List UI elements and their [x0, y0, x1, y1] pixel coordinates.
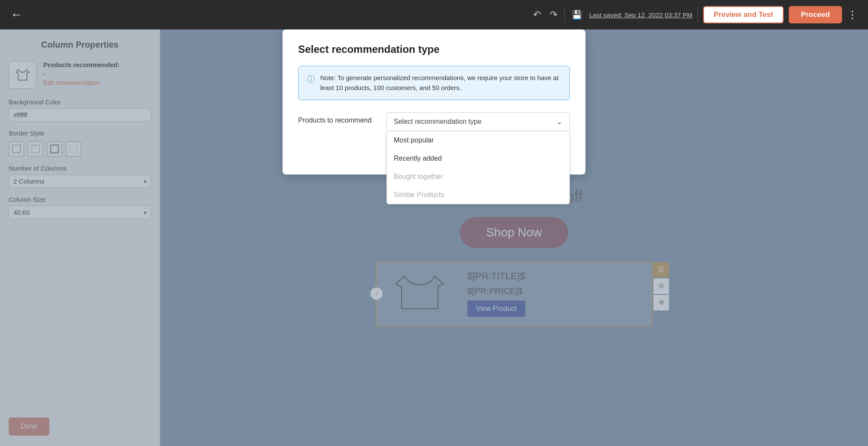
modal-note-text: Note: To generate personalized recommend…: [320, 73, 561, 93]
undo-button[interactable]: ↶: [531, 7, 543, 22]
topbar: ← ↶ ↷ 💾 Last saved: Sep 12, 2022 03:37 P…: [0, 0, 868, 29]
back-button[interactable]: ←: [10, 9, 23, 21]
redo-button[interactable]: ↷: [548, 7, 559, 22]
dropdown-item-recently-added[interactable]: Recently added: [387, 149, 569, 168]
modal-title: Select recommendation type: [298, 43, 570, 55]
recommendation-type-select-wrapper: Select recommendation type ⌄ Most popula…: [386, 112, 570, 131]
select-placeholder-text: Select recommendation type: [394, 118, 482, 126]
dropdown-item-bought-together: Bought together: [387, 168, 569, 186]
info-icon: ⓘ: [307, 74, 315, 85]
topbar-actions: ↶ ↷ 💾 Last saved: Sep 12, 2022 03:37 PM …: [531, 6, 858, 23]
more-options-button[interactable]: ⋮: [847, 9, 858, 21]
chevron-down-icon: ⌄: [556, 117, 563, 126]
modal-overlay: Select recommendation type ⓘ Note: To ge…: [0, 29, 868, 446]
proceed-button[interactable]: Proceed: [789, 6, 842, 23]
modal-note: ⓘ Note: To generate personalized recomme…: [298, 66, 570, 100]
modal-products-row: Products to recommend Select recommendat…: [298, 112, 570, 131]
products-to-recommend-label: Products to recommend: [298, 112, 376, 124]
last-saved-text: Last saved: Sep 12, 2022 03:37 PM: [589, 11, 693, 19]
dropdown-list: Most popular Recently added Bought toget…: [386, 131, 570, 204]
modal: Select recommendation type ⓘ Note: To ge…: [283, 29, 585, 175]
dropdown-item-similar-products: Similar Products: [387, 186, 569, 204]
preview-and-test-button[interactable]: Preview and Test: [703, 6, 784, 23]
recommendation-type-select[interactable]: Select recommendation type ⌄: [386, 112, 570, 131]
dropdown-item-most-popular[interactable]: Most popular: [387, 131, 569, 149]
save-icon: 💾: [570, 8, 584, 22]
